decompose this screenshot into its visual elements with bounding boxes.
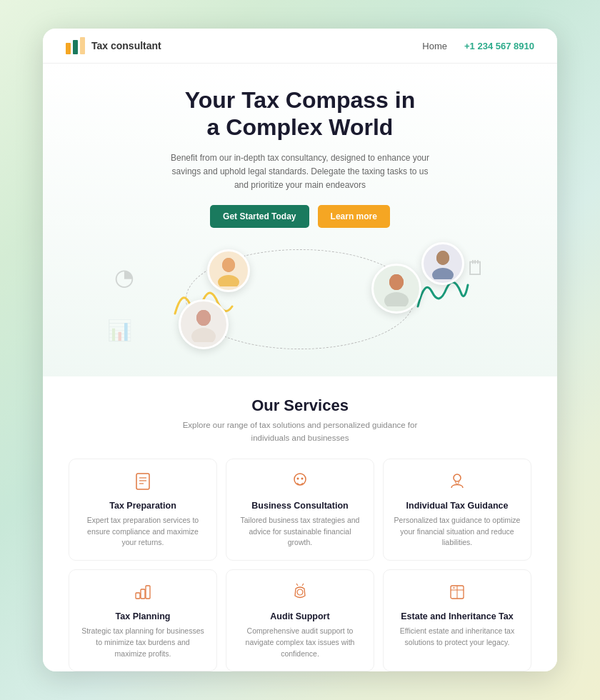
service-desc-1: Tailored business tax strategies and adv… (236, 515, 364, 549)
svg-point-21 (301, 477, 304, 479)
services-section: Our Services Explore our range of tax so… (43, 376, 557, 671)
service-card-tax-preparation: Tax Preparation Expert tax preparation s… (69, 459, 217, 561)
service-name-3: Tax Planning (79, 611, 206, 621)
service-desc-0: Expert tax preparation services to ensur… (79, 515, 206, 549)
services-title: Our Services (69, 396, 531, 415)
svg-point-22 (454, 474, 461, 481)
nav-right: Home +1 234 567 8910 (422, 41, 534, 51)
avatar-3 (371, 264, 421, 314)
estate-tax-icon (394, 583, 521, 606)
svg-point-19 (294, 474, 306, 485)
service-card-business-consultation: Business Consultation Tailored business … (226, 459, 374, 561)
service-card-individual-tax: Individual Tax Guidance Personalized tax… (383, 459, 531, 561)
hero-section: Your Tax Compass in a Complex World Bene… (43, 64, 557, 376)
svg-rect-24 (141, 589, 145, 599)
logo-icon (66, 37, 86, 54)
tax-planning-icon (79, 583, 206, 606)
svg-point-7 (191, 328, 216, 342)
tax-preparation-icon (79, 472, 206, 495)
deco-bars-icon: 📊 (107, 319, 132, 342)
learn-more-button[interactable]: Learn more (318, 205, 390, 228)
avatar-4 (421, 242, 464, 285)
service-name-5: Estate and Inheritance Tax (394, 611, 521, 621)
svg-point-10 (384, 292, 409, 306)
service-card-audit-support: Audit Support Comprehensive audit suppor… (226, 569, 374, 671)
services-subtitle: Explore our range of tax solutions and p… (179, 419, 421, 444)
svg-point-14 (436, 251, 449, 265)
svg-point-26 (297, 589, 303, 595)
service-name-0: Tax Preparation (79, 501, 206, 511)
browser-window: Tax consultant Home +1 234 567 8910 Your… (43, 29, 557, 671)
svg-point-32 (454, 587, 455, 589)
hero-buttons: Get Started Today Learn more (71, 205, 529, 228)
service-name-1: Business Consultation (236, 501, 364, 511)
svg-point-13 (432, 268, 454, 279)
audit-support-icon (236, 583, 364, 606)
hero-visual: ◔ 🗒 📊 (71, 242, 529, 356)
svg-line-27 (296, 584, 298, 586)
service-desc-4: Comprehensive audit support to navigate … (236, 626, 364, 659)
individual-tax-icon (394, 472, 521, 495)
get-started-button[interactable]: Get Started Today (210, 205, 309, 228)
svg-point-5 (222, 258, 235, 272)
logo-area: Tax consultant (66, 37, 161, 54)
service-card-tax-planning: Tax Planning Strategic tax planning for … (69, 569, 217, 671)
service-desc-5: Efficient estate and inheritance tax sol… (394, 626, 521, 649)
service-name-2: Individual Tax Guidance (394, 501, 521, 511)
deco-chart-icon: ◔ (114, 264, 134, 291)
logo-text: Tax consultant (91, 40, 161, 51)
svg-point-11 (389, 274, 404, 290)
svg-rect-15 (136, 474, 149, 489)
service-card-estate-tax: Estate and Inheritance Tax Efficient est… (383, 569, 531, 671)
hero-subtitle: Benefit from our in-depth tax consultanc… (164, 151, 436, 193)
svg-point-8 (196, 310, 211, 326)
services-grid: Tax Preparation Expert tax preparation s… (69, 459, 531, 671)
svg-point-4 (218, 275, 239, 286)
svg-rect-23 (136, 593, 140, 599)
avatar-2 (179, 299, 229, 349)
avatar-1 (207, 249, 250, 292)
hero-title: Your Tax Compass in a Complex World (71, 86, 529, 141)
svg-line-28 (302, 584, 304, 586)
business-consultation-icon (236, 472, 364, 495)
svg-rect-2 (80, 37, 85, 54)
svg-point-20 (297, 477, 299, 479)
service-desc-3: Strategic tax planning for businesses to… (79, 626, 206, 659)
svg-rect-1 (73, 40, 78, 54)
service-name-4: Audit Support (236, 611, 364, 621)
navbar: Tax consultant Home +1 234 567 8910 (43, 29, 557, 64)
service-desc-2: Personalized tax guidance to optimize yo… (394, 515, 521, 549)
nav-home-link[interactable]: Home (422, 41, 447, 51)
svg-rect-0 (66, 43, 71, 54)
svg-rect-25 (146, 586, 150, 599)
nav-phone: +1 234 567 8910 (464, 41, 534, 51)
